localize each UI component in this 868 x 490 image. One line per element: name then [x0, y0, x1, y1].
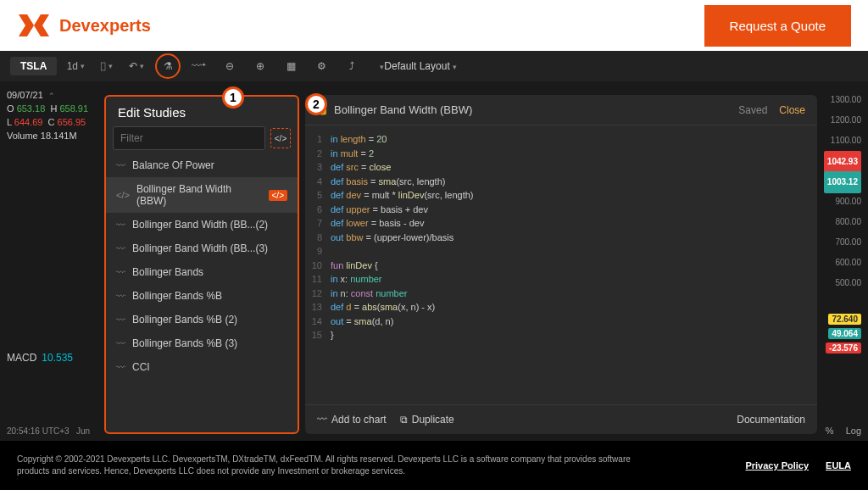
study-item[interactable]: 〰Bollinger Bands %B (3): [106, 331, 298, 355]
study-item[interactable]: 〰Bollinger Band Width (BB...(3): [106, 237, 298, 260]
zoom-out-icon[interactable]: ⊖: [218, 54, 242, 78]
indicator-add-icon[interactable]: 〰⁺: [187, 54, 211, 78]
study-item-icon: 〰: [116, 160, 125, 170]
price-tag: 1003.12: [824, 171, 861, 193]
study-item-label: Balance Of Power: [132, 159, 214, 171]
study-item-icon: 〰: [116, 220, 125, 230]
brand-logo-icon: [17, 13, 51, 38]
site-header: Devexperts Request a Quote: [0, 0, 868, 51]
drawing-tool-icon[interactable]: ↶▾: [125, 54, 148, 78]
privacy-link[interactable]: Privacy Policy: [745, 460, 809, 471]
saved-status: Saved: [738, 104, 767, 116]
copyright: Copyright © 2002-2021 Devexperts LLC. De…: [17, 454, 661, 477]
study-item-label: Bollinger Bands %B (2): [132, 314, 237, 326]
upload-icon[interactable]: ⤴: [340, 54, 364, 78]
brand-logo[interactable]: Devexperts: [17, 13, 151, 38]
stat-low: 644.69: [14, 117, 43, 127]
study-item-icon: 〰: [116, 267, 125, 277]
code-toggle-icon[interactable]: </>: [270, 128, 291, 148]
price-tag: 1042.93: [824, 151, 861, 173]
settings-icon[interactable]: ⚙: [309, 54, 333, 78]
indicator-tag: -23.576: [826, 342, 861, 354]
callout-badge-1: 1: [222, 86, 244, 109]
filter-input[interactable]: [113, 126, 265, 150]
study-item-label: Bollinger Band Width (BBW): [136, 183, 262, 207]
study-item-icon: </>: [116, 190, 130, 200]
panel-title: Edit Studies: [106, 97, 298, 126]
study-item[interactable]: 〰CCI: [106, 355, 298, 379]
layout-grid-icon[interactable]: ▦: [279, 54, 303, 78]
study-item[interactable]: 〰Bollinger Band Width (BB...(2): [106, 213, 298, 237]
request-quote-button[interactable]: Request a Quote: [704, 5, 851, 47]
pct-toggle[interactable]: %: [826, 426, 834, 436]
study-item-icon: 〰: [116, 315, 125, 325]
study-item-label: CCI: [132, 361, 150, 373]
eula-link[interactable]: EULA: [826, 460, 851, 471]
study-item-icon: 〰: [116, 291, 125, 301]
stat-volume: 18.141M: [41, 131, 77, 141]
study-item-label: Bollinger Bands %B (3): [132, 337, 237, 349]
indicator-tag: 49.064: [828, 328, 861, 339]
code-editor: 🔒 Bollinger Band Width (BBW) Saved Close…: [305, 95, 817, 434]
study-item[interactable]: 〰Bollinger Bands %B: [106, 284, 298, 308]
studies-icon[interactable]: ⚗: [155, 53, 181, 79]
toolbar: TSLA 1d▾ ⌷▾ ↶▾ ⚗ 〰⁺ ⊖ ⊕ ▦ ⚙ ⤴ ▾Default L…: [0, 51, 868, 81]
stat-open: 653.18: [17, 103, 46, 114]
study-item[interactable]: 〰Bollinger Bands %B (2): [106, 308, 298, 331]
zoom-in-icon[interactable]: ⊕: [248, 54, 272, 78]
stat-close: 656.95: [58, 117, 86, 127]
callout-badge-2: 2: [305, 93, 327, 115]
candle-type-icon[interactable]: ⌷▾: [94, 54, 118, 78]
code-area[interactable]: 1in length = 202in mult = 23def src = cl…: [305, 125, 817, 404]
macd-value: 10.535: [42, 352, 73, 364]
stat-high: 658.91: [59, 103, 88, 114]
study-item-label: Bollinger Bands: [132, 266, 203, 278]
edit-badge-icon: </>: [269, 190, 287, 201]
study-item[interactable]: 〰Bollinger Bands: [106, 260, 298, 284]
study-item-label: Bollinger Band Width (BB...(3): [132, 242, 268, 254]
study-item-label: Bollinger Bands %B: [132, 290, 222, 302]
documentation-link[interactable]: Documentation: [737, 414, 805, 426]
stat-date: 09/07/21: [7, 90, 43, 100]
study-list: 〰Balance Of Power</>Bollinger Band Width…: [106, 153, 298, 379]
study-item[interactable]: 〰Balance Of Power: [106, 153, 298, 177]
layout-selector[interactable]: ▾Default Layout▾: [370, 57, 463, 75]
timestamp: 20:54:16 UTC+3 Jun: [7, 426, 90, 436]
indicator-tag: 72.640: [828, 314, 861, 325]
study-item[interactable]: </>Bollinger Band Width (BBW)</>: [106, 177, 298, 213]
site-footer: Copyright © 2002-2021 Devexperts LLC. De…: [0, 441, 868, 490]
edit-studies-panel: Edit Studies </> 〰Balance Of Power</>Bol…: [104, 95, 299, 434]
duplicate-button[interactable]: ⧉ Duplicate: [400, 414, 454, 426]
timeframe-selector[interactable]: 1d▾: [64, 54, 87, 78]
macd-panel: MACD10.535: [7, 352, 73, 364]
study-item-icon: 〰: [116, 338, 125, 348]
ohlc-panel: 09/07/21 ⌃ O 653.18 H 658.91 L 644.69 C …: [7, 88, 100, 142]
close-button[interactable]: Close: [779, 104, 805, 116]
study-item-label: Bollinger Band Width (BB...(2): [132, 219, 268, 231]
study-item-icon: 〰: [116, 243, 125, 253]
study-item-icon: 〰: [116, 362, 125, 372]
y-axis: 1300.001200.001100.001042.931003.12900.0…: [819, 88, 861, 355]
editor-title: Bollinger Band Width (BBW): [334, 103, 738, 116]
add-to-chart-button[interactable]: 〰 Add to chart: [317, 414, 387, 426]
axis-mode: % Log: [826, 426, 861, 436]
log-toggle[interactable]: Log: [846, 426, 861, 436]
ticker-symbol[interactable]: TSLA: [10, 57, 57, 75]
brand-name: Devexperts: [59, 16, 151, 36]
chart-app: TSLA 1d▾ ⌷▾ ↶▾ ⚗ 〰⁺ ⊖ ⊕ ▦ ⚙ ⤴ ▾Default L…: [0, 51, 868, 441]
